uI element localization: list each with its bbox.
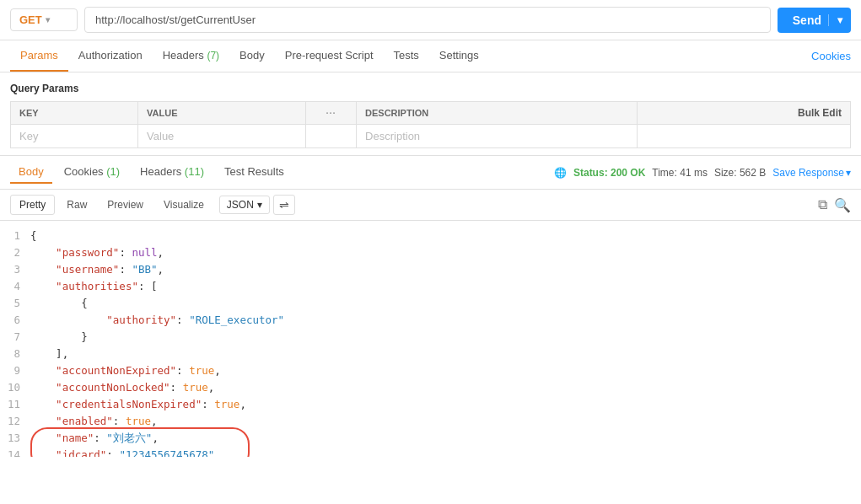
line-content: "authority": "ROLE_executor" <box>30 312 861 329</box>
value-placeholder[interactable]: Value <box>138 125 306 148</box>
code-line: 6 "authority": "ROLE_executor" <box>0 312 861 329</box>
line-number: 6 <box>0 312 30 329</box>
tab-params[interactable]: Params <box>10 40 68 72</box>
time-text: Time: 41 ms <box>652 167 708 179</box>
code-line: 13 "name": "刘老六", <box>0 430 861 447</box>
line-number: 3 <box>0 261 30 278</box>
send-label: Send <box>793 13 828 27</box>
json-format-select[interactable]: JSON ▾ <box>219 196 270 214</box>
line-content: ], <box>30 346 861 362</box>
query-params-section: Query Params KEY VALUE ··· DESCRIPTION B… <box>0 72 861 148</box>
line-content: "password": null, <box>30 244 861 261</box>
code-line: 8 ], <box>0 346 861 362</box>
line-number: 5 <box>0 295 30 312</box>
format-raw[interactable]: Raw <box>58 196 95 214</box>
top-bar: GET ▾ Send ▾ <box>0 0 861 40</box>
response-meta: 🌐 Status: 200 OK Time: 41 ms Size: 562 B… <box>554 167 851 179</box>
json-label: JSON <box>227 199 254 211</box>
method-chevron-icon: ▾ <box>46 15 50 24</box>
actions-placeholder <box>306 125 357 148</box>
code-line: 2 "password": null, <box>0 244 861 261</box>
response-header: Body Cookies (1) Headers (11) Test Resul… <box>0 155 861 190</box>
method-select[interactable]: GET ▾ <box>10 8 78 31</box>
json-chevron-icon: ▾ <box>257 199 262 211</box>
code-line: 4 "authorities": [ <box>0 278 861 295</box>
col-bulk: Bulk Edit <box>638 102 851 125</box>
cookies-link[interactable]: Cookies <box>811 50 851 62</box>
code-line: 9 "accountNonExpired": true, <box>0 362 861 379</box>
url-input[interactable] <box>84 7 771 33</box>
col-actions: ··· <box>306 102 357 125</box>
tab-authorization[interactable]: Authorization <box>68 40 153 72</box>
line-content: { <box>30 228 861 244</box>
line-content: "username": "BB", <box>30 261 861 278</box>
format-preview[interactable]: Preview <box>99 196 152 214</box>
params-table: KEY VALUE ··· DESCRIPTION Bulk Edit Key … <box>10 101 851 148</box>
code-line: 7 } <box>0 329 861 346</box>
bulk-placeholder <box>638 125 851 148</box>
line-content: "accountNonLocked": true, <box>30 379 861 396</box>
format-actions: ⧉ 🔍 <box>818 197 851 213</box>
description-placeholder[interactable]: Description <box>357 125 638 148</box>
send-arrow-icon[interactable]: ▾ <box>828 14 851 26</box>
tab-body-response[interactable]: Body <box>10 161 52 184</box>
save-response-button[interactable]: Save Response ▾ <box>772 167 851 179</box>
wrap-button[interactable]: ⇌ <box>273 195 295 215</box>
line-number: 10 <box>0 379 30 396</box>
line-content: "idcard": "1234556745678" <box>30 447 861 457</box>
line-number: 4 <box>0 278 30 295</box>
tab-test-results[interactable]: Test Results <box>216 161 293 184</box>
code-line: 1{ <box>0 228 861 244</box>
line-number: 8 <box>0 346 30 362</box>
code-line: 10 "accountNonLocked": true, <box>0 379 861 396</box>
line-content: "name": "刘老六", <box>30 430 861 447</box>
request-tab-nav: Params Authorization Headers (7) Body Pr… <box>0 40 861 72</box>
line-content: { <box>30 295 861 312</box>
method-label: GET <box>19 13 42 26</box>
line-content: } <box>30 329 861 346</box>
line-content: "credentialsNonExpired": true, <box>30 396 861 413</box>
format-bar: Pretty Raw Preview Visualize JSON ▾ ⇌ ⧉ … <box>0 190 861 221</box>
copy-icon[interactable]: ⧉ <box>818 197 827 213</box>
size-text: Size: 562 B <box>714 167 766 179</box>
search-icon[interactable]: 🔍 <box>834 197 851 213</box>
send-button[interactable]: Send ▾ <box>778 8 851 33</box>
format-pretty[interactable]: Pretty <box>10 195 55 215</box>
col-description: DESCRIPTION <box>357 102 638 125</box>
globe-icon: 🌐 <box>554 167 567 179</box>
params-placeholder-row: Key Value Description <box>11 125 851 148</box>
line-number: 7 <box>0 329 30 346</box>
tab-headers[interactable]: Headers (7) <box>153 40 229 72</box>
line-number: 14 <box>0 447 30 457</box>
query-params-title: Query Params <box>10 79 851 101</box>
tab-headers-response[interactable]: Headers (11) <box>132 161 213 184</box>
line-content: "accountNonExpired": true, <box>30 362 861 379</box>
col-key: KEY <box>11 102 138 125</box>
tab-cookies-response[interactable]: Cookies (1) <box>56 161 128 184</box>
code-line: 14 "idcard": "1234556745678" <box>0 447 861 457</box>
col-value: VALUE <box>138 102 306 125</box>
line-number: 1 <box>0 228 30 244</box>
line-content: "enabled": true, <box>30 413 861 430</box>
code-line: 3 "username": "BB", <box>0 261 861 278</box>
tab-prerequest[interactable]: Pre-request Script <box>275 40 384 72</box>
code-line: 5 { <box>0 295 861 312</box>
line-number: 12 <box>0 413 30 430</box>
line-number: 13 <box>0 430 30 447</box>
save-chevron-icon: ▾ <box>846 167 851 179</box>
key-placeholder[interactable]: Key <box>11 125 138 148</box>
line-content: "authorities": [ <box>30 278 861 295</box>
status-text: Status: 200 OK <box>573 167 645 179</box>
code-line: 12 "enabled": true, <box>0 413 861 430</box>
tab-body[interactable]: Body <box>229 40 275 72</box>
response-tab-nav: Body Cookies (1) Headers (11) Test Resul… <box>10 161 293 184</box>
line-number: 11 <box>0 396 30 413</box>
code-view: 1{2 "password": null,3 "username": "BB",… <box>0 221 861 457</box>
tab-settings[interactable]: Settings <box>429 40 489 72</box>
line-number: 2 <box>0 244 30 261</box>
line-number: 9 <box>0 362 30 379</box>
tab-tests[interactable]: Tests <box>384 40 429 72</box>
format-visualize[interactable]: Visualize <box>155 196 213 214</box>
code-line: 11 "credentialsNonExpired": true, <box>0 396 861 413</box>
